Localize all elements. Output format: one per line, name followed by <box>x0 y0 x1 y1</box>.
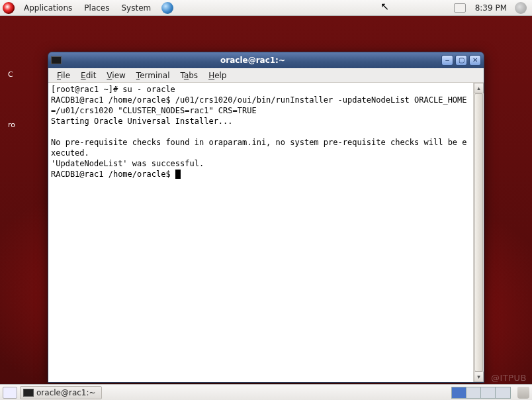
show-desktop-button[interactable] <box>3 387 17 399</box>
terminal-window: oracle@rac1:~ – ▢ ✕ File Edit View Termi… <box>48 52 484 383</box>
workspace-2[interactable] <box>466 387 481 398</box>
scroll-down-button[interactable]: ▾ <box>474 372 484 382</box>
scroll-thumb[interactable] <box>474 93 483 372</box>
menu-file[interactable]: File <box>52 70 75 81</box>
window-title: oracle@rac1:~ <box>64 56 441 65</box>
volume-icon[interactable] <box>515 2 527 14</box>
taskbar-terminal[interactable]: oracle@rac1:~ <box>20 386 102 399</box>
workspace-3[interactable] <box>481 387 496 398</box>
terminal-scrollbar[interactable]: ▴ ▾ <box>473 83 484 382</box>
workspace-1[interactable] <box>452 387 466 398</box>
window-titlebar[interactable]: oracle@rac1:~ – ▢ ✕ <box>48 52 484 68</box>
terminal-titlebar-icon <box>51 56 62 64</box>
menu-edit[interactable]: Edit <box>76 70 101 81</box>
workspace-switcher[interactable] <box>451 387 511 399</box>
tray-update-icon[interactable] <box>454 3 466 13</box>
desktop[interactable]: C ro oracle@rac1:~ – ▢ ✕ File Edit View … <box>0 16 532 384</box>
maximize-button[interactable]: ▢ <box>455 55 467 66</box>
panel-clock[interactable]: 8:39 PM <box>475 3 507 13</box>
close-button[interactable]: ✕ <box>469 55 481 66</box>
terminal-output[interactable]: [root@rac1 ~]# su - oracle RACDB1@rac1 /… <box>48 83 473 382</box>
top-panel: Applications Places System 8:39 PM <box>0 0 532 16</box>
browser-launcher-icon[interactable] <box>161 2 173 14</box>
panel-menu: Applications Places System <box>19 1 156 15</box>
scroll-track[interactable] <box>474 93 484 372</box>
menu-terminal[interactable]: Terminal <box>132 70 175 81</box>
terminal-body: [root@rac1 ~]# su - oracle RACDB1@rac1 /… <box>48 83 484 382</box>
scroll-up-button[interactable]: ▴ <box>474 83 484 93</box>
bottom-panel: oracle@rac1:~ <box>0 384 532 400</box>
applications-menu[interactable]: Applications <box>19 1 77 15</box>
redhat-logo-icon[interactable] <box>3 2 15 14</box>
desktop-icon-label: C <box>8 70 13 79</box>
menu-tabs[interactable]: Tabs <box>176 70 203 81</box>
minimize-button[interactable]: – <box>441 55 453 66</box>
menu-view[interactable]: View <box>102 70 130 81</box>
trash-icon[interactable] <box>517 387 529 399</box>
system-menu[interactable]: System <box>116 1 156 15</box>
menu-help[interactable]: Help <box>204 70 231 81</box>
taskbar-item-label: oracle@rac1:~ <box>36 388 96 397</box>
desktop-icon-label: ro <box>8 121 15 129</box>
workspace-4[interactable] <box>496 387 510 398</box>
terminal-menubar: File Edit View Terminal Tabs Help <box>48 68 484 83</box>
terminal-cursor <box>175 170 181 179</box>
places-menu[interactable]: Places <box>79 1 114 15</box>
terminal-icon <box>23 389 34 397</box>
